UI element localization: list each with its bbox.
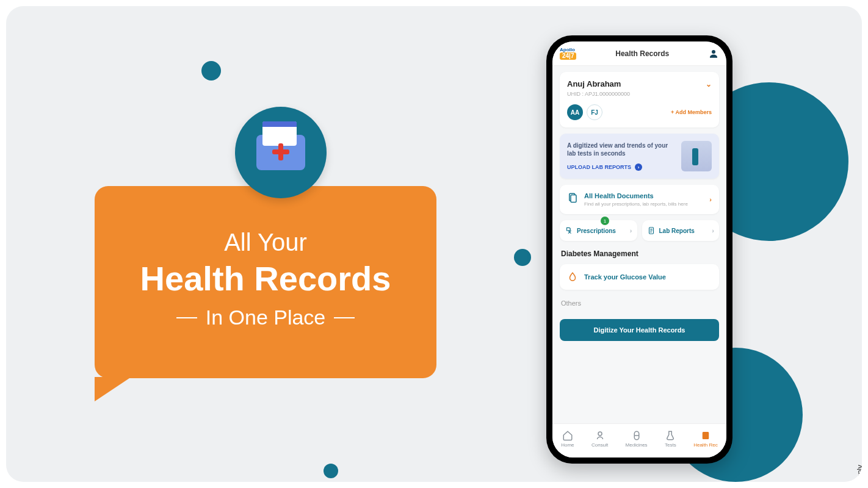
- count-badge: 1: [601, 217, 609, 225]
- tab-consult[interactable]: Consult: [591, 430, 608, 448]
- page-title: Health Records: [615, 49, 669, 58]
- decor-dot: [201, 61, 221, 81]
- avatar[interactable]: FJ: [587, 104, 602, 120]
- tests-icon: [665, 430, 676, 441]
- decor-dot: [324, 464, 338, 478]
- chevron-right-icon: ›: [709, 196, 712, 203]
- user-card[interactable]: Anuj Abraham ⌄ UHID : APJ1.0000000000 AA…: [560, 72, 719, 127]
- all-docs-title: All Health Documents: [584, 192, 688, 199]
- svg-rect-6: [703, 432, 709, 439]
- promo-canvas: All Your Health Records In One Place T&C…: [6, 6, 862, 482]
- headline-line2: Health Records: [140, 259, 391, 298]
- svg-rect-2: [571, 195, 576, 203]
- phone-screen: Apollo 24|7 Health Records Anuj Abraham …: [552, 41, 726, 458]
- tab-tests[interactable]: Tests: [665, 430, 676, 448]
- user-uhid: UHID : APJ1.0000000000: [567, 91, 712, 97]
- promo-text: A digitized view and trends of your lab …: [567, 142, 676, 157]
- section-header-others: Others: [560, 300, 719, 307]
- tab-medicines[interactable]: Medicines: [626, 430, 648, 448]
- tab-health-records[interactable]: Health Rec: [693, 430, 718, 448]
- promo-illustration: [681, 141, 712, 171]
- headline-line1: All Your: [224, 229, 307, 256]
- decor-dot: [514, 249, 531, 266]
- rx-icon: [565, 226, 573, 235]
- upload-lab-reports-link[interactable]: UPLOAD LAB REPORTS ›: [567, 163, 676, 171]
- terms-note: T&C Apply: [856, 465, 862, 482]
- upload-promo-card[interactable]: A digitized view and trends of your lab …: [560, 134, 719, 179]
- svg-point-0: [712, 50, 715, 54]
- chevron-down-icon[interactable]: ⌄: [706, 80, 712, 88]
- documents-icon: [567, 192, 578, 203]
- all-health-documents-row[interactable]: All Health Documents Find all your presc…: [560, 185, 719, 214]
- app-topbar: Apollo 24|7 Health Records: [552, 41, 726, 66]
- home-icon: [562, 430, 573, 441]
- records-icon: [700, 430, 711, 441]
- decor-dash: [334, 317, 355, 318]
- digitize-cta-button[interactable]: Digitize Your Health Records: [560, 319, 719, 341]
- profile-icon[interactable]: [708, 48, 719, 59]
- phone-frame: Apollo 24|7 Health Records Anuj Abraham …: [546, 35, 732, 464]
- glucose-icon: [567, 271, 578, 282]
- report-icon: [647, 226, 656, 235]
- user-name: Anuj Abraham: [567, 79, 621, 88]
- prescriptions-card[interactable]: 1 Prescriptions ›: [560, 220, 637, 241]
- avatar[interactable]: AA: [567, 104, 583, 120]
- track-glucose-row[interactable]: Track your Glucose Value: [560, 264, 719, 290]
- consult-icon: [595, 430, 606, 441]
- medicines-icon: [631, 430, 642, 441]
- headline-line3: In One Place: [206, 306, 326, 329]
- add-members-link[interactable]: + Add Members: [671, 109, 712, 115]
- chevron-right-icon: ›: [712, 227, 714, 234]
- brand-logo[interactable]: Apollo 24|7: [560, 48, 576, 60]
- chevron-right-icon: ›: [630, 227, 632, 234]
- tab-home[interactable]: Home: [561, 430, 574, 448]
- headline-bubble: All Your Health Records In One Place: [95, 186, 436, 378]
- bottom-tabbar: Home Consult Medicines Tests Health Rec: [552, 423, 726, 458]
- folder-badge-icon: [235, 107, 327, 198]
- svg-point-4: [598, 432, 602, 436]
- decor-dash: [176, 317, 197, 318]
- arrow-right-icon: ›: [635, 163, 642, 171]
- all-docs-sub: Find all your prescriptions, lab reports…: [584, 201, 688, 207]
- lab-reports-card[interactable]: Lab Reports ›: [642, 220, 720, 241]
- section-header-diabetes: Diabetes Management: [560, 249, 719, 258]
